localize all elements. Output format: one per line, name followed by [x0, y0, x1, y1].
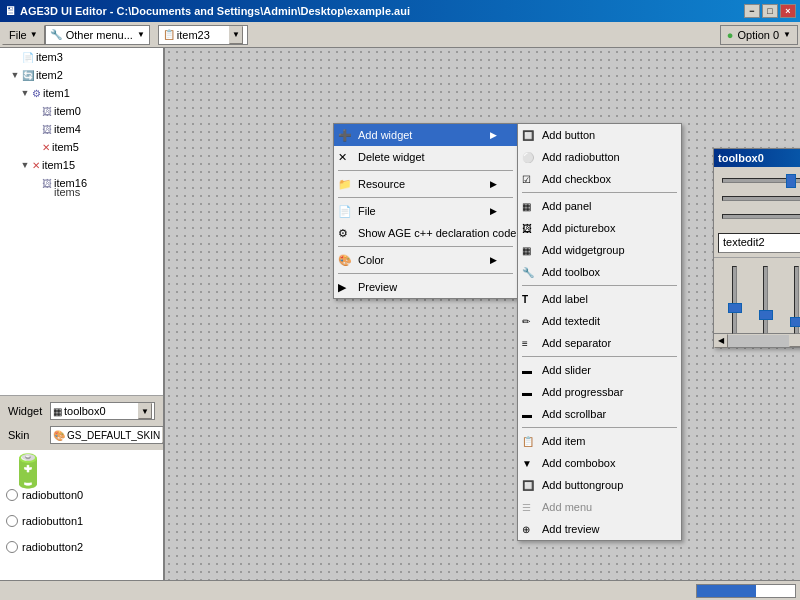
close-button[interactable]: × [780, 4, 796, 18]
menu-add-item[interactable]: 📋 Add item [518, 430, 681, 452]
add-treview-label: Add treview [542, 523, 599, 535]
menu-add-buttongroup[interactable]: 🔲 Add buttongroup [518, 474, 681, 496]
other-menu-label: Other menu... [66, 29, 133, 41]
add-radiobutton-icon: ⚪ [522, 152, 534, 163]
slider-thumb-1[interactable] [786, 174, 796, 188]
tree-item-item3[interactable]: 📄 item3 [0, 48, 163, 66]
menu-add-button[interactable]: 🔲 Add button [518, 124, 681, 146]
file-label: File [358, 205, 376, 217]
menu-add-combobox[interactable]: ▼ Add combobox [518, 452, 681, 474]
status-bar [0, 580, 800, 600]
menu-add-slider[interactable]: ▬ Add slider [518, 359, 681, 381]
item-combo-arrow[interactable]: ▼ [229, 26, 243, 44]
menu-show-code[interactable]: ⚙ Show AGE c++ declaration code... [334, 222, 517, 244]
add-scrollbar-label: Add scrollbar [542, 408, 606, 420]
add-button-label: Add button [542, 129, 595, 141]
add-menu-label: Add menu [542, 501, 592, 513]
expand-item2[interactable]: ▼ [10, 70, 20, 80]
tree-item-item15[interactable]: ▼ ✕ item15 [0, 156, 163, 174]
vslider-thumb-1[interactable] [728, 303, 742, 313]
menu-add-separator[interactable]: ≡ Add separator [518, 332, 681, 354]
menu-add-picturebox[interactable]: 🖼 Add picturebox [518, 217, 681, 239]
textedit-box[interactable]: textedit2 [718, 233, 800, 253]
add-checkbox-label: Add checkbox [542, 173, 611, 185]
tree-item-item5[interactable]: ✕ item5 [0, 138, 163, 156]
add-treview-icon: ⊕ [522, 524, 530, 535]
hscrollbar-bottom[interactable]: ◀ ▶ [714, 333, 800, 347]
separator-3 [338, 246, 513, 247]
tree-icon-item2: 🔄 [22, 70, 34, 81]
menu-preview[interactable]: ▶ Preview [334, 276, 517, 298]
widget-combo-arrow[interactable]: ▼ [138, 403, 152, 419]
menu-add-toolbox[interactable]: 🔧 Add toolbox [518, 261, 681, 283]
add-label-label: Add label [542, 293, 588, 305]
expand-item15[interactable]: ▼ [20, 160, 30, 170]
other-menu-dropdown[interactable]: 🔧 Other menu... ▼ [45, 25, 150, 45]
menu-add-treview[interactable]: ⊕ Add treview [518, 518, 681, 540]
right-context-menu: 🔲 Add button ⚪ Add radiobutton ☑ Add che… [517, 123, 682, 541]
separator-4 [338, 273, 513, 274]
slider-row-1 [718, 171, 800, 189]
menu-color[interactable]: 🎨 Color ▶ [334, 249, 517, 271]
menu-add-textedit[interactable]: ✏ Add textedit [518, 310, 681, 332]
add-combobox-icon: ▼ [522, 458, 532, 469]
menu-resource[interactable]: 📁 Resource ▶ [334, 173, 517, 195]
tree-item-item4[interactable]: 🖼 item4 [0, 120, 163, 138]
tree-icon-item5: ✕ [42, 142, 50, 153]
maximize-button[interactable]: □ [762, 4, 778, 18]
widget-selector-row: Widget ▦ toolbox0 ▼ [4, 399, 159, 423]
radio-item-2[interactable]: radiobutton2 [0, 534, 163, 560]
menu-add-scrollbar[interactable]: ▬ Add scrollbar [518, 403, 681, 425]
add-widgetgroup-label: Add widgetgroup [542, 244, 625, 256]
radio-item-0[interactable]: radiobutton0 [0, 482, 163, 508]
tree-label-item4: item4 [54, 123, 81, 135]
skin-combo-icon: 🎨 [53, 430, 65, 441]
menu-add-panel[interactable]: ▦ Add panel [518, 195, 681, 217]
tree-item-item16[interactable]: 🖼 item16 [0, 174, 163, 192]
expand-item1[interactable]: ▼ [20, 88, 30, 98]
tree-item-item0[interactable]: 🖼 item0 [0, 102, 163, 120]
menu-add-progressbar[interactable]: ▬ Add progressbar [518, 381, 681, 403]
add-checkbox-icon: ☑ [522, 174, 531, 185]
menu-add-menu[interactable]: ☰ Add menu [518, 496, 681, 518]
show-code-icon: ⚙ [338, 227, 348, 240]
skin-combo[interactable]: 🎨 GS_DEFAULT_SKIN ▼ [50, 426, 165, 444]
file-menu[interactable]: File ▼ [2, 25, 45, 45]
tree-icon-item16: 🖼 [42, 178, 52, 189]
menu-add-checkbox[interactable]: ☑ Add checkbox [518, 168, 681, 190]
slider-track-1 [722, 178, 800, 183]
option-section[interactable]: ● Option 0 ▼ [720, 25, 798, 45]
widget-combo[interactable]: ▦ toolbox0 ▼ [50, 402, 155, 420]
menu-delete-widget[interactable]: ✕ Delete widget [334, 146, 517, 168]
tree-item-item1[interactable]: ▼ ⚙ item1 [0, 84, 163, 102]
sep-r3 [522, 356, 677, 357]
minimize-button[interactable]: − [744, 4, 760, 18]
tree-label-item16: item16 [54, 177, 87, 189]
tree-item-item2[interactable]: ▼ 🔄 item2 [0, 66, 163, 84]
add-combobox-label: Add combobox [542, 457, 615, 469]
tree-icon-item4: 🖼 [42, 124, 52, 135]
add-toolbox-label: Add toolbox [542, 266, 600, 278]
menu-add-widget[interactable]: ➕ Add widget ▶ [334, 124, 517, 146]
menu-add-label[interactable]: T Add label [518, 288, 681, 310]
hscrollbar-thumb[interactable] [789, 335, 801, 347]
hscrollbar-left[interactable]: ◀ [714, 334, 728, 348]
add-scrollbar-icon: ▬ [522, 409, 532, 420]
resource-icon: 📁 [338, 178, 352, 191]
sep-r2 [522, 285, 677, 286]
tree-label-item0: item0 [54, 105, 81, 117]
vslider-thumb-3[interactable] [790, 317, 800, 327]
color-arrow: ▶ [490, 255, 497, 265]
menu-add-radiobutton[interactable]: ⚪ Add radiobutton [518, 146, 681, 168]
file-menu-arrow: ▼ [30, 30, 38, 39]
add-radiobutton-label: Add radiobutton [542, 151, 620, 163]
vslider-track-1 [732, 266, 737, 334]
radio-item-1[interactable]: radiobutton1 [0, 508, 163, 534]
vslider-thumb-2[interactable] [759, 310, 773, 320]
item-combo[interactable]: 📋 item23 ▼ [158, 25, 248, 45]
preview-label: Preview [358, 281, 397, 293]
menu-add-widgetgroup[interactable]: ▦ Add widgetgroup [518, 239, 681, 261]
menu-file[interactable]: 📄 File ▶ [334, 200, 517, 222]
file-arrow: ▶ [490, 206, 497, 216]
content-area: ➕ Add widget ▶ ✕ Delete widget 📁 Resourc… [165, 48, 800, 580]
